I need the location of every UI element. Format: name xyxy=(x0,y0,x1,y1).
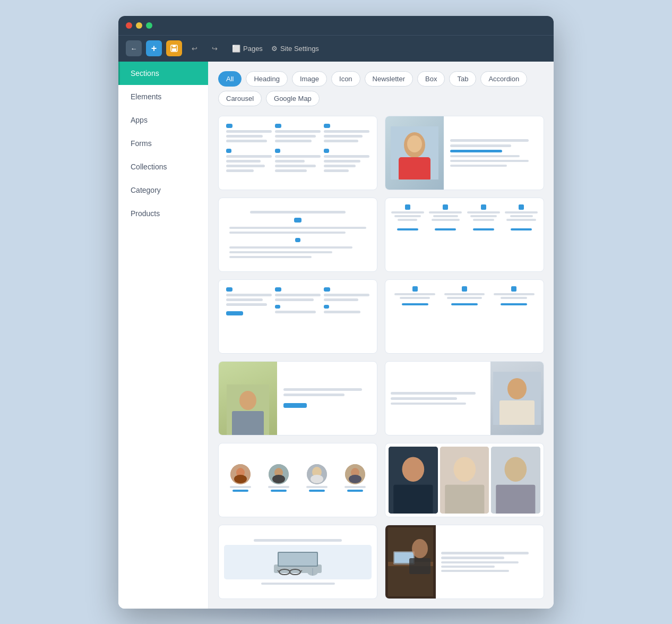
sidebar-item-sections[interactable]: Sections xyxy=(118,62,208,85)
pages-nav[interactable]: ⬜ Pages xyxy=(232,45,263,53)
chip-icon[interactable]: Icon xyxy=(331,71,360,87)
svg-point-21 xyxy=(311,475,323,483)
svg-point-24 xyxy=(349,475,361,483)
sidebar-item-collections[interactable]: Collections xyxy=(118,155,208,178)
section-card-7[interactable] xyxy=(218,361,377,435)
svg-point-48 xyxy=(412,539,428,558)
svg-point-15 xyxy=(234,475,247,483)
person-image-1 xyxy=(391,126,438,179)
person-image-3 xyxy=(493,372,541,425)
sidebar-item-apps[interactable]: Apps xyxy=(118,108,208,132)
toolbar: ← + ↩ ↪ ⬜ Pages ⚙ Site Settings xyxy=(118,35,554,62)
sidebar: Sections Elements Apps Forms Collections… xyxy=(118,62,209,609)
svg-rect-5 xyxy=(399,157,430,179)
svg-rect-36 xyxy=(279,553,317,566)
svg-rect-9 xyxy=(232,411,264,435)
content-area: All Heading Image Icon Newsletter Box Ta… xyxy=(209,62,554,609)
chip-heading[interactable]: Heading xyxy=(246,71,287,87)
toolbar-nav: ⬜ Pages ⚙ Site Settings xyxy=(232,45,319,53)
section-card-1[interactable] xyxy=(218,116,377,190)
back-button[interactable]: ← xyxy=(126,40,142,56)
sidebar-item-forms[interactable]: Forms xyxy=(118,132,208,155)
redo-button[interactable]: ↪ xyxy=(206,40,222,56)
chip-newsletter[interactable]: Newsletter xyxy=(365,71,413,87)
person-photo-1 xyxy=(389,447,438,514)
save-icon xyxy=(170,44,178,53)
chip-all[interactable]: All xyxy=(218,71,242,87)
dot-green[interactable] xyxy=(146,22,152,29)
filter-bar: All Heading Image Icon Newsletter Box Ta… xyxy=(218,71,544,106)
title-bar xyxy=(118,16,554,35)
section-card-2[interactable] xyxy=(385,116,544,190)
office-image xyxy=(388,527,433,596)
section-card-12[interactable] xyxy=(385,525,544,599)
chip-accordion[interactable]: Accordion xyxy=(480,71,527,87)
pages-icon: ⬜ xyxy=(232,45,240,53)
avatar-3 xyxy=(307,464,327,484)
chip-carousel[interactable]: Carousel xyxy=(218,91,262,106)
svg-point-26 xyxy=(402,457,424,481)
section-card-5[interactable] xyxy=(218,279,377,354)
sidebar-item-products[interactable]: Products xyxy=(118,202,208,225)
svg-rect-30 xyxy=(445,484,484,513)
svg-rect-27 xyxy=(393,484,433,513)
dot-red[interactable] xyxy=(126,22,132,29)
chip-box[interactable]: Box xyxy=(417,71,445,87)
svg-rect-2 xyxy=(172,48,176,51)
settings-label: Site Settings xyxy=(280,45,319,53)
svg-point-8 xyxy=(239,391,256,410)
section-card-3[interactable] xyxy=(218,198,377,272)
dot-yellow[interactable] xyxy=(136,22,142,29)
section-card-4[interactable] xyxy=(385,198,544,272)
svg-point-18 xyxy=(272,475,285,483)
settings-icon: ⚙ xyxy=(271,45,278,53)
main-layout: Sections Elements Apps Forms Collections… xyxy=(118,62,554,609)
add-button[interactable]: + xyxy=(146,40,162,56)
avatar-4 xyxy=(345,464,365,484)
svg-point-11 xyxy=(507,378,527,399)
svg-rect-49 xyxy=(409,558,430,574)
svg-rect-1 xyxy=(173,45,176,47)
sections-grid xyxy=(218,116,544,599)
save-button[interactable] xyxy=(166,40,182,56)
pages-label: Pages xyxy=(243,45,263,53)
svg-point-29 xyxy=(453,457,476,481)
avatar-1 xyxy=(230,464,251,484)
section-card-10[interactable] xyxy=(385,443,544,517)
person-photo-3 xyxy=(491,447,540,514)
avatar-2 xyxy=(269,464,289,484)
svg-point-32 xyxy=(505,457,527,481)
section-card-6[interactable] xyxy=(385,279,544,354)
settings-nav[interactable]: ⚙ Site Settings xyxy=(271,45,319,53)
undo-button[interactable]: ↩ xyxy=(186,40,202,56)
chip-image[interactable]: Image xyxy=(292,71,327,87)
section-card-9[interactable] xyxy=(218,443,377,517)
section-card-8[interactable] xyxy=(385,361,544,435)
chip-tab[interactable]: Tab xyxy=(449,71,476,87)
svg-point-6 xyxy=(407,135,422,152)
svg-rect-33 xyxy=(496,484,536,513)
person-image-2 xyxy=(227,384,269,435)
svg-rect-12 xyxy=(499,400,535,425)
section-card-11[interactable] xyxy=(218,525,377,599)
sidebar-item-category[interactable]: Category xyxy=(118,178,208,202)
chip-googlemap[interactable]: Google Map xyxy=(266,91,320,106)
person-photo-2 xyxy=(440,447,489,514)
sidebar-item-elements[interactable]: Elements xyxy=(118,85,208,108)
laptop-icon xyxy=(266,548,330,577)
